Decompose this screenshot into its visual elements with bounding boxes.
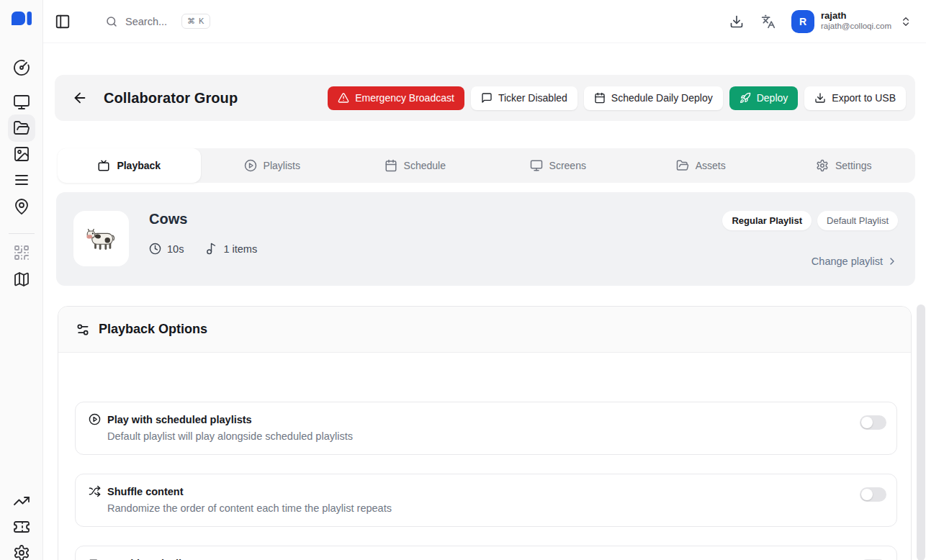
schedule-daily-deploy-label: Schedule Daily Deploy [611,92,713,104]
sidebar-item-locations[interactable] [13,198,30,215]
user-email: rajath@colloqi.com [821,22,891,31]
language-icon[interactable] [761,14,776,29]
playback-options-header: Playback Options [58,307,911,353]
playlist-duration-value: 10s [167,243,184,255]
alert-triangle-icon [338,92,349,104]
tab-bar: Playback Playlists Schedule Screens Asse… [58,148,915,183]
gear-icon [816,159,829,172]
chevrons-up-down-icon [900,16,912,27]
tab-screens[interactable]: Screens [487,148,630,183]
sidebar-item-settings[interactable] [13,544,30,560]
main-content: Collaborator Group Emergency Broadcast T… [43,43,926,560]
tab-label: Assets [696,160,726,171]
option-title: Play with scheduled playlists [107,414,252,425]
sidebar-item-qr-code[interactable] [13,244,30,261]
circle-play-icon [244,159,257,172]
playlist-title: Cows [149,211,257,227]
search-icon [105,15,118,28]
rocket-icon [740,92,751,104]
export-to-usb-label: Export to USB [832,92,896,104]
message-square-icon [481,92,493,104]
toggle-shuffle-content[interactable] [860,487,886,502]
tab-schedule[interactable]: Schedule [343,148,487,183]
playlist-thumbnail [73,211,129,266]
sidebar-item-analytics[interactable] [13,492,30,510]
option-play-with-scheduled: Play with scheduled playlists Default pl… [75,402,897,455]
monitor-icon [530,159,543,172]
change-playlist-link[interactable]: Change playlist [812,256,898,267]
app-window: Search... ⌘ K R rajath rajath@colloqi.co… [0,0,926,560]
search-placeholder: Search... [125,16,167,27]
tab-playlists[interactable]: Playlists [201,148,344,183]
shuffle-icon [89,485,101,497]
change-playlist-label: Change playlist [812,256,883,267]
sidebar-item-dashboard[interactable] [13,59,30,76]
toggle-knob [861,489,873,500]
emergency-broadcast-button[interactable]: Emergency Broadcast [328,86,464,110]
header-actions: Emergency Broadcast Ticker Disabled Sche… [328,86,906,110]
user-menu[interactable]: R rajath rajath@colloqi.com [791,10,912,33]
option-title: Shuffle content [107,486,184,497]
playlist-item-count-value: 1 items [223,243,257,255]
user-name: rajath [821,11,891,22]
calendar-days-icon [385,159,397,172]
ticker-disabled-button[interactable]: Ticker Disabled [471,86,577,110]
regular-playlist-badge: Regular Playlist [722,211,812,230]
toggle-play-with-scheduled[interactable] [860,415,886,430]
sidebar-item-licenses[interactable] [13,518,30,536]
tab-label: Playback [117,160,161,171]
sidebar-toggle-icon[interactable] [55,14,71,30]
circle-play-icon [89,413,101,425]
avatar: R [791,10,814,33]
option-shuffle-content: Shuffle content Randomize the order of c… [75,474,897,527]
scrollbar-thumb[interactable] [917,304,925,560]
tab-label: Settings [835,160,872,171]
page-title: Collaborator Group [104,90,238,107]
sidebar-item-map[interactable] [13,271,30,288]
ticker-disabled-label: Ticker Disabled [498,92,567,104]
option-combine-playlists: Combine playlists [75,546,897,560]
topbar: Search... ⌘ K R rajath rajath@colloqi.co… [43,0,926,43]
search-input[interactable]: Search... ⌘ K [105,14,210,29]
emergency-broadcast-label: Emergency Broadcast [355,92,454,104]
cow-image [86,227,117,250]
playlist-item-count: 1 items [205,243,257,255]
sidebar-item-playlists[interactable] [13,171,30,189]
default-playlist-badge: Default Playlist [817,211,898,230]
sidebar-item-screens[interactable] [13,94,30,111]
deploy-button[interactable]: Deploy [729,86,799,110]
export-download-icon [814,92,826,104]
sliders-icon [76,322,90,337]
default-playlist-card: Cows 10s 1 items Regular Playlist Defaul… [56,192,915,286]
tab-playback[interactable]: Playback [58,148,201,183]
sidebar [0,0,43,560]
download-icon[interactable] [729,14,744,29]
schedule-daily-deploy-button[interactable]: Schedule Daily Deploy [584,86,723,110]
option-description: Default playlist will play alongside sch… [107,430,860,442]
tab-label: Screens [549,160,586,171]
tab-label: Playlists [264,160,300,171]
option-description: Randomize the order of content each time… [107,502,860,514]
chevron-right-icon [886,256,898,267]
app-logo-icon[interactable] [11,11,32,32]
sidebar-item-media[interactable] [13,145,30,163]
export-to-usb-button[interactable]: Export to USB [804,86,906,110]
clock-icon [149,243,161,255]
playback-options-section: Playback Options Play with scheduled pla… [58,306,912,560]
sidebar-item-groups[interactable] [13,119,30,137]
folder-open-icon [676,159,689,172]
toggle-knob [861,417,873,428]
playlist-duration: 10s [149,243,184,255]
option-title: Combine playlists [107,558,197,560]
deploy-label: Deploy [757,92,788,104]
sidebar-divider [9,233,35,234]
search-shortcut-badge: ⌘ K [181,14,210,29]
tab-assets[interactable]: Assets [629,148,773,183]
page-header: Collaborator Group Emergency Broadcast T… [55,75,915,121]
topbar-actions: R rajath rajath@colloqi.com [712,10,926,33]
tab-label: Schedule [404,160,446,171]
combine-playlists-icon [89,557,101,560]
back-arrow-icon[interactable] [72,90,88,106]
tab-settings[interactable]: Settings [773,148,916,183]
tv-icon [97,159,110,172]
